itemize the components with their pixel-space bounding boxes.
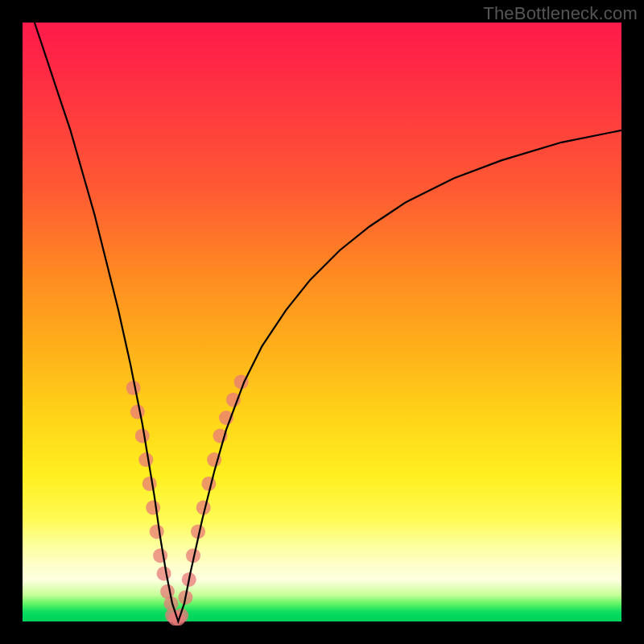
- data-point: [201, 477, 216, 491]
- data-point: [146, 501, 160, 515]
- data-point: [135, 428, 150, 443]
- data-point: [130, 405, 145, 419]
- data-point: [150, 524, 164, 539]
- bottleneck-curve: [35, 23, 621, 621]
- chart-svg: [23, 23, 621, 621]
- data-point: [153, 548, 167, 563]
- data-point: [142, 477, 157, 491]
- chart-frame: TheBottleneck.com: [0, 0, 644, 644]
- data-point: [157, 567, 171, 581]
- plot-area: [23, 23, 621, 621]
- watermark-text: TheBottleneck.com: [483, 3, 638, 24]
- data-point: [138, 452, 153, 467]
